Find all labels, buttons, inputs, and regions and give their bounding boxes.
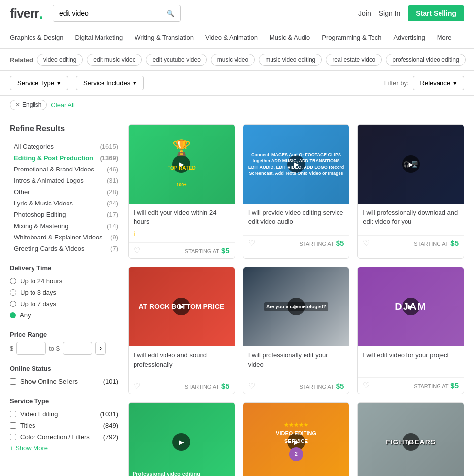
color-correction-checkbox[interactable] [10,434,16,440]
card-5-heart-icon[interactable]: ♡ [248,381,255,391]
category-intros-label: Intros & Animated Logos [14,177,84,184]
service-includes-filter-button[interactable]: Service Includes ▾ [76,76,144,90]
card-2[interactable]: ▶ Connect IMAGES And Or FOOTAGE CLIPS to… [243,124,350,259]
video-editing-checkbox[interactable] [10,411,16,417]
logo[interactable]: fiverr. [10,6,43,21]
delivery-3days[interactable]: Up to 3 days [10,287,118,298]
card-4-price-block: STARTING AT $5 [185,382,230,390]
online-sellers-count: (101) [103,378,118,385]
nav-writing[interactable]: Writing & Translation [135,27,194,48]
card-3[interactable]: ▶ 🎧 🖥️ I will professionally download an… [357,124,464,259]
related-bar: Related video editing edit music video e… [0,49,474,71]
nav-advertising[interactable]: Advertising [393,27,425,48]
service-includes-label: Service Includes [83,79,130,87]
titles-checkbox[interactable] [10,422,16,429]
category-mixing[interactable]: Mixing & Mastering (14) [10,220,118,232]
card-1-starting-at: STARTING AT [185,248,219,254]
relevance-button[interactable]: Relevance ▾ [413,76,464,90]
nav-bar: Graphics & Design Digital Marketing Writ… [0,27,474,49]
nav-more[interactable]: More [437,27,452,48]
delivery-7days-radio[interactable] [10,301,16,307]
category-editing-post[interactable]: Editing & Post Production (1369) [10,152,118,164]
price-to-input[interactable] [63,342,92,355]
tag-music-video-editing[interactable]: music video editing [259,54,322,66]
delivery-24h[interactable]: Up to 24 hours [10,275,118,287]
category-greeting-label: Greeting Cards & Videos [14,245,85,252]
card-2-heart-icon[interactable]: ♡ [248,238,255,248]
nav-digital-marketing[interactable]: Digital Marketing [75,27,123,48]
card-1[interactable]: ▶ 🏆TOP RATED100+ I will edit your video … [128,124,235,259]
category-intros[interactable]: Intros & Animated Logos (31) [10,175,118,186]
search-button[interactable]: 🔍 [162,6,180,21]
search-input[interactable] [53,5,162,21]
category-greeting[interactable]: Greeting Cards & Videos (7) [10,243,118,254]
card-7-play-icon[interactable]: ▶ [172,433,190,451]
tag-professional-video-editing[interactable]: professional video editing [386,54,465,66]
card-3-image: ▶ 🎧 🖥️ [358,125,464,204]
delivery-24h-radio[interactable] [10,278,16,284]
sign-in-link[interactable]: Sign In [379,9,401,17]
delivery-3days-radio[interactable] [10,289,16,296]
relevance-label: Relevance [420,79,450,87]
card-6-heart-icon[interactable]: ♡ [363,381,370,390]
card-2-starting-at: STARTING AT [299,241,334,247]
card-5[interactable]: ▶ Are you a cosmetologist? I will profes… [243,267,350,394]
category-photoshop-label: Photoshop Editing [14,211,66,218]
delivery-title: Delivery Time [10,264,118,272]
delivery-3days-label: Up to 3 days [20,289,56,296]
all-categories-item[interactable]: All Categories (1615) [10,141,118,152]
service-type-sidebar-title: Service Type [10,397,118,405]
nav-video[interactable]: Video & Animation [205,27,258,48]
grid-row-3: ▶ Professional video editing I will do p… [128,402,464,476]
price-from-input[interactable] [16,342,46,355]
header-nav: Join Sign In Start Selling [358,5,464,21]
tag-video-editing[interactable]: video editing [37,54,83,66]
price-title: Price Range [10,331,118,338]
category-other[interactable]: Other (28) [10,186,118,198]
start-selling-button[interactable]: Start Selling [408,5,464,21]
service-type-filter-button[interactable]: Service Type ▾ [10,76,68,90]
card-6[interactable]: ▶ DJAM I will edit video for your projec… [357,267,464,394]
card-2-price-block: STARTING AT $5 [299,239,344,247]
card-3-body: I will professionally download and edit … [358,204,464,235]
category-editing-post-count: (1369) [100,154,118,162]
category-lyric[interactable]: Lyric & Music Videos (24) [10,198,118,209]
delivery-any[interactable]: Any [10,309,118,321]
tag-music-video[interactable]: music video [211,54,255,66]
card-9-image: ▶ FIGHTBEARS [358,403,464,476]
card-4-heart-icon[interactable]: ♡ [134,381,140,391]
join-link[interactable]: Join [358,9,371,17]
clear-all-button[interactable]: Clear All [51,102,74,109]
header: fiverr. 🔍 Join Sign In Start Selling [0,0,474,27]
card-6-title: I will edit video for your project [363,351,459,369]
card-3-heart-icon[interactable]: ♡ [363,238,370,248]
online-sellers-left: Show Online Sellers [10,378,78,385]
card-8-overlay-text: ★★★★★ VIDEO EDITING SERVICE 2 [276,421,316,463]
delivery-7days[interactable]: Up to 7 days [10,298,118,309]
nav-programming[interactable]: Programming & Tech [322,27,381,48]
price-go-button[interactable]: › [95,342,106,355]
category-promotional[interactable]: Promotional & Brand Videos (46) [10,164,118,175]
category-editing-post-label: Editing & Post Production [14,154,93,162]
card-7[interactable]: ▶ Professional video editing I will do p… [128,402,235,476]
tag-edit-youtube-video[interactable]: edit youtube video [146,54,206,66]
card-4[interactable]: ▶ AT ROCK BOTTOM PRICE I will edit video… [128,267,235,394]
card-8[interactable]: ▶ ★★★★★ VIDEO EDITING SERVICE 2 I will e… [243,402,350,476]
online-sellers-checkbox[interactable] [10,378,16,385]
category-whiteboard[interactable]: Whiteboard & Explainer Videos (9) [10,232,118,243]
nav-graphics[interactable]: Graphics & Design [10,27,63,48]
card-3-starting-at: STARTING AT [414,241,448,247]
category-photoshop[interactable]: Photoshop Editing (17) [10,209,118,220]
remove-english-filter[interactable]: ✕ [15,102,20,108]
sidebar: Refine Results All Categories (1615) Edi… [10,124,118,476]
tag-edit-music-video[interactable]: edit music video [87,54,142,66]
video-editing-label: Video Editing [20,410,58,418]
tag-real-estate-video[interactable]: real estate video [326,54,382,66]
card-3-footer: ♡ STARTING AT $5 [358,235,464,251]
related-label: Related [10,56,33,64]
card-1-heart-icon[interactable]: ♡ [134,246,140,255]
all-categories-label: All Categories [14,143,54,150]
card-9[interactable]: ▶ FIGHTBEARS I will professionally edit … [357,402,464,476]
nav-music[interactable]: Music & Audio [270,27,310,48]
show-more-button[interactable]: + Show More [10,444,118,452]
